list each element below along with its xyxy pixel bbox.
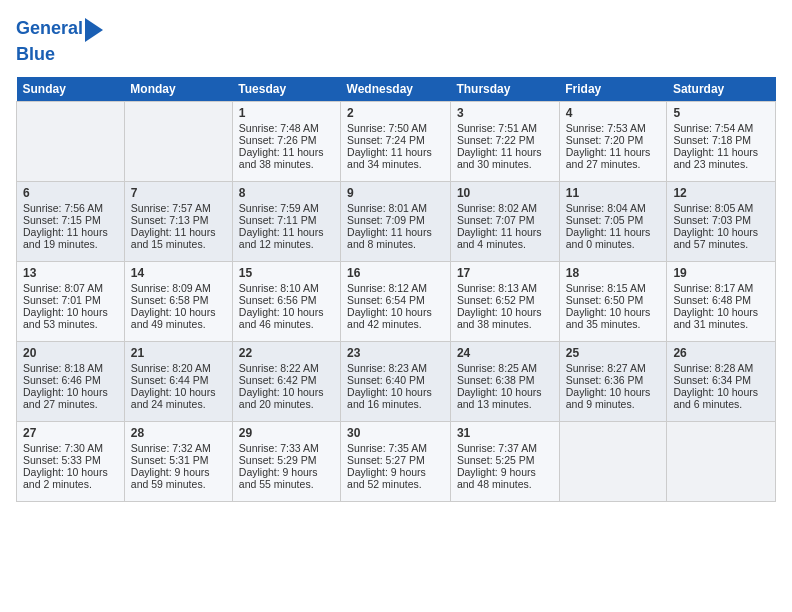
day-number: 9	[347, 186, 444, 200]
sunset: Sunset: 6:34 PM	[673, 374, 751, 386]
sunset: Sunset: 5:29 PM	[239, 454, 317, 466]
logo-text: General	[16, 19, 83, 39]
calendar-cell: 4 Sunrise: 7:53 AM Sunset: 7:20 PM Dayli…	[559, 102, 667, 182]
daylight: Daylight: 10 hours and 2 minutes.	[23, 466, 108, 490]
day-number: 17	[457, 266, 553, 280]
calendar-week-3: 20 Sunrise: 8:18 AM Sunset: 6:46 PM Dayl…	[17, 342, 776, 422]
sunset: Sunset: 6:36 PM	[566, 374, 644, 386]
daylight: Daylight: 11 hours and 15 minutes.	[131, 226, 216, 250]
page-header: General Blue	[16, 16, 776, 65]
daylight: Daylight: 11 hours and 34 minutes.	[347, 146, 432, 170]
sunrise: Sunrise: 8:07 AM	[23, 282, 103, 294]
sunrise: Sunrise: 8:12 AM	[347, 282, 427, 294]
header-tuesday: Tuesday	[232, 77, 340, 102]
daylight: Daylight: 10 hours and 9 minutes.	[566, 386, 651, 410]
daylight: Daylight: 10 hours and 13 minutes.	[457, 386, 542, 410]
day-number: 21	[131, 346, 226, 360]
day-number: 20	[23, 346, 118, 360]
sunset: Sunset: 6:54 PM	[347, 294, 425, 306]
calendar-cell: 3 Sunrise: 7:51 AM Sunset: 7:22 PM Dayli…	[450, 102, 559, 182]
sunset: Sunset: 5:33 PM	[23, 454, 101, 466]
day-number: 10	[457, 186, 553, 200]
day-number: 27	[23, 426, 118, 440]
sunrise: Sunrise: 8:27 AM	[566, 362, 646, 374]
calendar-cell: 22 Sunrise: 8:22 AM Sunset: 6:42 PM Dayl…	[232, 342, 340, 422]
sunset: Sunset: 7:07 PM	[457, 214, 535, 226]
sunset: Sunset: 7:15 PM	[23, 214, 101, 226]
day-number: 8	[239, 186, 334, 200]
sunrise: Sunrise: 7:37 AM	[457, 442, 537, 454]
daylight: Daylight: 11 hours and 23 minutes.	[673, 146, 758, 170]
calendar-cell: 15 Sunrise: 8:10 AM Sunset: 6:56 PM Dayl…	[232, 262, 340, 342]
sunrise: Sunrise: 7:57 AM	[131, 202, 211, 214]
sunrise: Sunrise: 7:30 AM	[23, 442, 103, 454]
calendar-week-2: 13 Sunrise: 8:07 AM Sunset: 7:01 PM Dayl…	[17, 262, 776, 342]
sunset: Sunset: 6:42 PM	[239, 374, 317, 386]
day-number: 29	[239, 426, 334, 440]
calendar-cell: 18 Sunrise: 8:15 AM Sunset: 6:50 PM Dayl…	[559, 262, 667, 342]
sunset: Sunset: 6:44 PM	[131, 374, 209, 386]
sunrise: Sunrise: 8:17 AM	[673, 282, 753, 294]
sunset: Sunset: 6:46 PM	[23, 374, 101, 386]
daylight: Daylight: 10 hours and 49 minutes.	[131, 306, 216, 330]
day-number: 31	[457, 426, 553, 440]
sunset: Sunset: 6:38 PM	[457, 374, 535, 386]
sunrise: Sunrise: 7:53 AM	[566, 122, 646, 134]
calendar-cell: 30 Sunrise: 7:35 AM Sunset: 5:27 PM Dayl…	[341, 422, 451, 502]
daylight: Daylight: 9 hours and 48 minutes.	[457, 466, 536, 490]
day-number: 1	[239, 106, 334, 120]
header-friday: Friday	[559, 77, 667, 102]
daylight: Daylight: 10 hours and 57 minutes.	[673, 226, 758, 250]
daylight: Daylight: 10 hours and 38 minutes.	[457, 306, 542, 330]
daylight: Daylight: 9 hours and 55 minutes.	[239, 466, 318, 490]
daylight: Daylight: 10 hours and 35 minutes.	[566, 306, 651, 330]
sunset: Sunset: 7:09 PM	[347, 214, 425, 226]
day-number: 14	[131, 266, 226, 280]
sunrise: Sunrise: 7:59 AM	[239, 202, 319, 214]
calendar-week-4: 27 Sunrise: 7:30 AM Sunset: 5:33 PM Dayl…	[17, 422, 776, 502]
calendar-cell: 16 Sunrise: 8:12 AM Sunset: 6:54 PM Dayl…	[341, 262, 451, 342]
sunset: Sunset: 6:48 PM	[673, 294, 751, 306]
sunset: Sunset: 6:40 PM	[347, 374, 425, 386]
sunrise: Sunrise: 7:50 AM	[347, 122, 427, 134]
calendar-week-0: 1 Sunrise: 7:48 AM Sunset: 7:26 PM Dayli…	[17, 102, 776, 182]
logo-general: General	[16, 18, 83, 38]
header-thursday: Thursday	[450, 77, 559, 102]
sunset: Sunset: 7:11 PM	[239, 214, 317, 226]
calendar-cell: 27 Sunrise: 7:30 AM Sunset: 5:33 PM Dayl…	[17, 422, 125, 502]
calendar-header-row: SundayMondayTuesdayWednesdayThursdayFrid…	[17, 77, 776, 102]
day-number: 7	[131, 186, 226, 200]
calendar-cell: 14 Sunrise: 8:09 AM Sunset: 6:58 PM Dayl…	[124, 262, 232, 342]
sunrise: Sunrise: 8:10 AM	[239, 282, 319, 294]
calendar-cell	[667, 422, 776, 502]
calendar-cell: 23 Sunrise: 8:23 AM Sunset: 6:40 PM Dayl…	[341, 342, 451, 422]
day-number: 13	[23, 266, 118, 280]
daylight: Daylight: 10 hours and 24 minutes.	[131, 386, 216, 410]
sunrise: Sunrise: 8:05 AM	[673, 202, 753, 214]
calendar-cell: 8 Sunrise: 7:59 AM Sunset: 7:11 PM Dayli…	[232, 182, 340, 262]
header-monday: Monday	[124, 77, 232, 102]
daylight: Daylight: 11 hours and 0 minutes.	[566, 226, 651, 250]
sunset: Sunset: 7:22 PM	[457, 134, 535, 146]
sunrise: Sunrise: 8:09 AM	[131, 282, 211, 294]
daylight: Daylight: 10 hours and 16 minutes.	[347, 386, 432, 410]
sunset: Sunset: 7:20 PM	[566, 134, 644, 146]
sunrise: Sunrise: 8:23 AM	[347, 362, 427, 374]
sunset: Sunset: 6:52 PM	[457, 294, 535, 306]
sunrise: Sunrise: 7:33 AM	[239, 442, 319, 454]
day-number: 3	[457, 106, 553, 120]
sunrise: Sunrise: 8:22 AM	[239, 362, 319, 374]
sunrise: Sunrise: 8:18 AM	[23, 362, 103, 374]
header-saturday: Saturday	[667, 77, 776, 102]
day-number: 22	[239, 346, 334, 360]
calendar-cell: 11 Sunrise: 8:04 AM Sunset: 7:05 PM Dayl…	[559, 182, 667, 262]
day-number: 30	[347, 426, 444, 440]
sunset: Sunset: 5:25 PM	[457, 454, 535, 466]
day-number: 18	[566, 266, 661, 280]
daylight: Daylight: 10 hours and 20 minutes.	[239, 386, 324, 410]
day-number: 24	[457, 346, 553, 360]
daylight: Daylight: 11 hours and 19 minutes.	[23, 226, 108, 250]
daylight: Daylight: 11 hours and 30 minutes.	[457, 146, 542, 170]
sunrise: Sunrise: 8:15 AM	[566, 282, 646, 294]
daylight: Daylight: 10 hours and 46 minutes.	[239, 306, 324, 330]
